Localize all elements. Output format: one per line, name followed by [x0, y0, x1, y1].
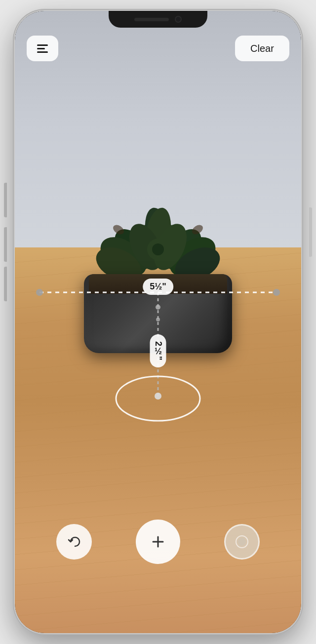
add-point-button[interactable]	[136, 520, 180, 564]
horizontal-measurement-badge[interactable]: 5½"	[143, 279, 173, 295]
vertical-measurement-value: 2½"	[154, 341, 163, 361]
succulent-plant	[94, 185, 222, 284]
clear-label: Clear	[250, 43, 274, 54]
undo-icon	[67, 535, 81, 549]
front-camera	[175, 16, 182, 23]
top-controls: Clear	[15, 36, 301, 61]
action-buttons	[15, 510, 301, 574]
plant-container	[79, 185, 237, 353]
svg-point-27	[238, 538, 246, 546]
screen: 5½" 2½" Clear	[15, 11, 301, 633]
undo-button[interactable]	[56, 524, 92, 560]
plus-icon	[149, 533, 167, 551]
phone-frame: 5½" 2½" Clear	[0, 0, 316, 644]
clear-button[interactable]: Clear	[235, 36, 289, 61]
speaker	[134, 18, 169, 21]
phone-body: 5½" 2½" Clear	[15, 11, 301, 633]
horizontal-measurement-value: 5½"	[150, 282, 166, 291]
list-button[interactable]	[27, 36, 58, 61]
list-icon	[37, 44, 48, 53]
vertical-measurement-badge[interactable]: 2½"	[150, 334, 166, 367]
photo-button[interactable]	[224, 524, 260, 560]
svg-point-13	[152, 243, 164, 255]
notch	[109, 11, 207, 28]
camera-icon	[235, 535, 249, 549]
